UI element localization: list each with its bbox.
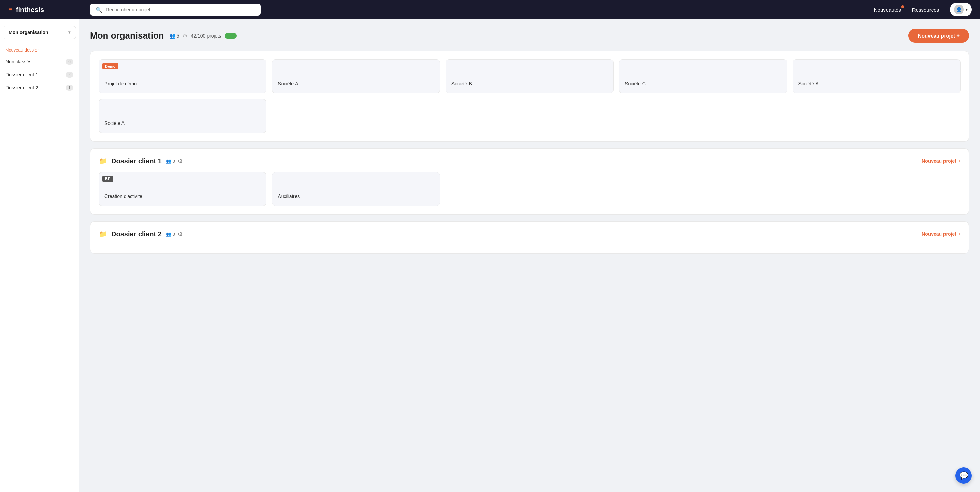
- avatar: 👤: [954, 5, 964, 14]
- folder-name: Dossier client 2: [111, 230, 162, 238]
- folder-header-dossier2: 📁 Dossier client 2 👥 0 ⚙ Nouveau projet …: [99, 230, 961, 238]
- header-meta: 👥 5 ⚙ 42/100 projets: [170, 32, 237, 39]
- projects-count: 42/100 projets: [191, 33, 221, 38]
- users-icon: 👥: [166, 159, 171, 164]
- sidebar-item-count: 1: [65, 84, 73, 91]
- project-card[interactable]: Société A: [793, 59, 961, 94]
- org-selector[interactable]: Mon organisation ▾: [3, 26, 76, 39]
- settings-icon[interactable]: ⚙: [183, 32, 187, 39]
- logo[interactable]: ≡ finthesis: [8, 5, 76, 14]
- divider: [5, 41, 73, 42]
- folder-new-project-button[interactable]: Nouveau projet +: [922, 231, 961, 237]
- search-box: 🔍: [90, 4, 261, 16]
- project-card[interactable]: Société B: [445, 59, 614, 94]
- folder-icon: 📁: [99, 157, 107, 165]
- folder-users: 👥 0: [166, 232, 175, 237]
- search-container: 🔍: [90, 4, 261, 16]
- logo-text: finthesis: [16, 6, 44, 14]
- project-card[interactable]: Société A: [272, 59, 440, 94]
- sidebar-item-unclassified[interactable]: Non classés 6: [0, 55, 79, 68]
- folder-meta: 👥 0 ⚙: [166, 158, 183, 164]
- page-title: Mon organisation: [90, 30, 164, 41]
- page-header-left: Mon organisation 👥 5 ⚙ 42/100 projets: [90, 30, 237, 41]
- logo-icon: ≡: [8, 5, 13, 14]
- org-label: Mon organisation: [8, 30, 48, 35]
- project-badge: BP: [102, 176, 113, 182]
- users-icon: 👥: [170, 33, 175, 38]
- folder-header-left: 📁 Dossier client 2 👥 0 ⚙: [99, 230, 183, 238]
- search-input[interactable]: [106, 7, 255, 12]
- main-content: Mon organisation 👥 5 ⚙ 42/100 projets No…: [79, 19, 980, 492]
- toggle-container: [224, 33, 237, 38]
- project-card[interactable]: Société C: [619, 59, 787, 94]
- users-icon: 👥: [166, 232, 171, 237]
- layout: Mon organisation ▾ Nouveau dossier + Non…: [0, 19, 980, 492]
- navbar-right: Nouveautés Ressources 👤 ▾: [874, 3, 972, 16]
- sidebar-item-count: 2: [65, 72, 73, 78]
- new-folder-button[interactable]: Nouveau dossier +: [0, 45, 79, 55]
- project-card[interactable]: Démo Projet de démo: [99, 59, 267, 94]
- sidebar-item-label: Dossier client 1: [5, 72, 38, 78]
- nav-ressources[interactable]: Ressources: [912, 7, 939, 13]
- navbar: ≡ finthesis 🔍 Nouveautés Ressources 👤 ▾: [0, 0, 980, 19]
- project-card[interactable]: Auxiliaires: [272, 172, 440, 206]
- projects-grid-dossier1: BP Création d'activité Auxiliaires: [99, 172, 961, 206]
- sidebar: Mon organisation ▾ Nouveau dossier + Non…: [0, 19, 79, 492]
- users-count: 5: [177, 33, 180, 38]
- folder-settings-icon[interactable]: ⚙: [178, 231, 183, 237]
- project-label: Société C: [625, 81, 781, 86]
- sidebar-item-count: 6: [65, 59, 73, 65]
- plus-icon: +: [41, 48, 44, 53]
- folder-section-unclassified: Démo Projet de démo Société A Société B …: [90, 51, 969, 142]
- project-label: Projet de démo: [104, 81, 261, 86]
- page-header: Mon organisation 👥 5 ⚙ 42/100 projets No…: [90, 29, 969, 43]
- project-label: Société A: [278, 81, 434, 86]
- notification-dot: [901, 5, 904, 8]
- toggle-indicator[interactable]: [224, 33, 237, 38]
- folder-name: Dossier client 1: [111, 157, 162, 165]
- project-label: Société B: [452, 81, 608, 86]
- projects-grid-unclassified: Démo Projet de démo Société A Société B …: [99, 59, 961, 133]
- folder-header-left: 📁 Dossier client 1 👥 0 ⚙: [99, 157, 183, 165]
- project-label: Société A: [799, 81, 955, 86]
- folder-users-count: 0: [173, 232, 175, 237]
- folder-meta: 👥 0 ⚙: [166, 231, 183, 237]
- folder-users: 👥 0: [166, 159, 175, 164]
- project-label: Auxiliaires: [278, 193, 434, 199]
- new-folder-label: Nouveau dossier: [5, 48, 39, 53]
- chat-button[interactable]: 💬: [955, 467, 972, 484]
- project-card[interactable]: BP Création d'activité: [99, 172, 267, 206]
- folder-section-dossier2: 📁 Dossier client 2 👥 0 ⚙ Nouveau projet …: [90, 221, 969, 253]
- sidebar-item-label: Dossier client 2: [5, 85, 38, 91]
- folder-new-project-button[interactable]: Nouveau projet +: [922, 158, 961, 164]
- new-project-button[interactable]: Nouveau projet +: [908, 29, 969, 43]
- sidebar-item-dossier2[interactable]: Dossier client 2 1: [0, 81, 79, 94]
- sidebar-item-label: Non classés: [5, 59, 32, 64]
- folder-icon: 📁: [99, 230, 107, 238]
- folder-header-dossier1: 📁 Dossier client 1 👥 0 ⚙ Nouveau projet …: [99, 157, 961, 165]
- project-card[interactable]: Société A: [99, 99, 267, 133]
- chevron-down-icon: ▾: [966, 7, 968, 12]
- project-badge: Démo: [102, 63, 118, 69]
- project-label: Création d'activité: [104, 193, 261, 199]
- project-label: Société A: [104, 121, 261, 126]
- users-meta: 👥 5: [170, 33, 180, 38]
- chevron-down-icon: ▾: [68, 30, 70, 35]
- user-menu[interactable]: 👤 ▾: [950, 3, 972, 16]
- folder-users-count: 0: [173, 159, 175, 164]
- folder-section-dossier1: 📁 Dossier client 1 👥 0 ⚙ Nouveau projet …: [90, 148, 969, 215]
- search-icon: 🔍: [95, 6, 102, 13]
- sidebar-item-dossier1[interactable]: Dossier client 1 2: [0, 68, 79, 81]
- nav-nouveautes[interactable]: Nouveautés: [874, 7, 901, 13]
- folder-settings-icon[interactable]: ⚙: [178, 158, 183, 164]
